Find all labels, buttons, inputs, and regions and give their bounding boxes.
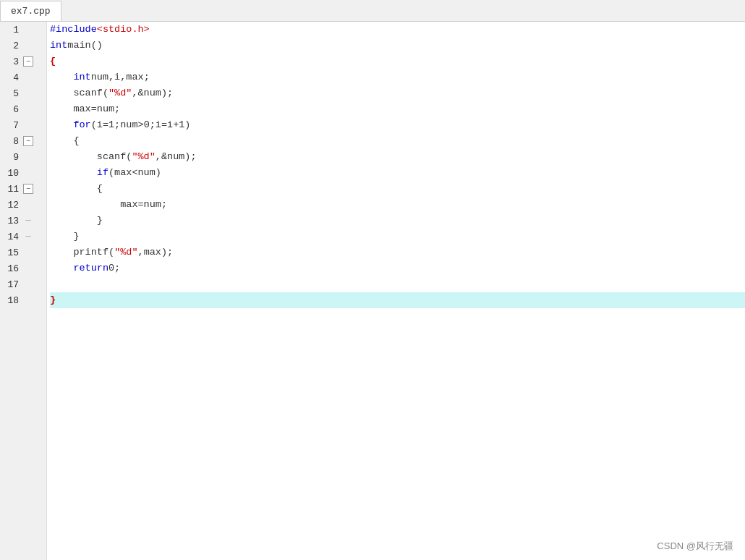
line-number-8: 8 [0, 136, 23, 147]
code-line-9[interactable]: scanf("%d",&num); [50, 149, 745, 165]
tab-bar: ex7.cpp [0, 0, 745, 22]
line-number-10: 10 [0, 168, 23, 179]
gutter-row-17: 17 [0, 276, 46, 292]
gutter-row-15: 15 [0, 245, 46, 260]
code-line-13[interactable]: } [50, 213, 745, 229]
code-area: #include <stdio.h>int main(){ int num,i,… [47, 22, 745, 560]
gutter-row-2: 2 [0, 38, 46, 54]
fold-end-13: — [23, 216, 33, 226]
tab-ex7cpp[interactable]: ex7.cpp [0, 1, 61, 21]
code-line-1[interactable]: #include <stdio.h> [50, 22, 745, 38]
code-line-12[interactable]: max=num; [50, 197, 745, 213]
line-number-9: 9 [0, 152, 23, 163]
code-line-5[interactable]: scanf("%d",&num); [50, 85, 745, 101]
code-line-16[interactable]: return 0; [50, 260, 745, 276]
gutter-row-10: 10 [0, 165, 46, 181]
code-line-17[interactable] [50, 276, 745, 292]
line-number-16: 16 [0, 263, 23, 274]
gutter-row-14: 14— [0, 229, 46, 245]
gutter-row-12: 12 [0, 197, 46, 213]
gutter-row-16: 16 [0, 260, 46, 276]
line-number-7: 7 [0, 120, 23, 131]
line-number-12: 12 [0, 200, 23, 211]
line-number-11: 11 [0, 184, 23, 195]
gutter-row-9: 9 [0, 149, 46, 165]
line-number-6: 6 [0, 104, 23, 115]
code-line-15[interactable]: printf("%d",max); [50, 245, 745, 260]
gutter-row-8: 8− [0, 133, 46, 149]
code-line-10[interactable]: if(max<num) [50, 165, 745, 181]
gutter-row-3: 3− [0, 54, 46, 69]
line-number-14: 14 [0, 232, 23, 242]
gutter-row-4: 4 [0, 69, 46, 85]
gutter-row-6: 6 [0, 101, 46, 117]
line-number-4: 4 [0, 72, 23, 83]
code-line-14[interactable]: } [50, 229, 745, 245]
line-number-1: 1 [0, 25, 23, 35]
line-number-18: 18 [0, 295, 23, 306]
code-line-18[interactable]: } [50, 292, 745, 308]
code-line-11[interactable]: { [50, 181, 745, 197]
gutter-row-13: 13— [0, 213, 46, 229]
fold-collapse-3[interactable]: − [23, 56, 33, 67]
line-number-3: 3 [0, 56, 23, 67]
line-gutter: 123−45678−91011−1213—14—15161718 [0, 22, 47, 560]
code-line-3[interactable]: { [50, 54, 745, 69]
editor-area: 123−45678−91011−1213—14—15161718 #includ… [0, 22, 745, 560]
code-line-6[interactable]: max=num; [50, 101, 745, 117]
watermark: CSDN @风行无疆 [657, 540, 733, 553]
gutter-row-11: 11− [0, 181, 46, 197]
gutter-row-18: 18 [0, 292, 46, 308]
gutter-row-1: 1 [0, 22, 46, 38]
code-line-7[interactable]: for(i=1;num>0;i=i+1) [50, 117, 745, 133]
code-line-2[interactable]: int main() [50, 38, 745, 54]
code-line-8[interactable]: { [50, 133, 745, 149]
fold-collapse-11[interactable]: − [23, 184, 33, 194]
fold-end-14: — [23, 232, 33, 242]
line-number-5: 5 [0, 88, 23, 99]
gutter-row-5: 5 [0, 85, 46, 101]
line-number-17: 17 [0, 279, 23, 290]
line-number-13: 13 [0, 216, 23, 226]
code-line-4[interactable]: int num,i,max; [50, 69, 745, 85]
fold-collapse-8[interactable]: − [23, 136, 33, 146]
line-number-15: 15 [0, 247, 23, 258]
line-number-2: 2 [0, 41, 23, 51]
gutter-row-7: 7 [0, 117, 46, 133]
